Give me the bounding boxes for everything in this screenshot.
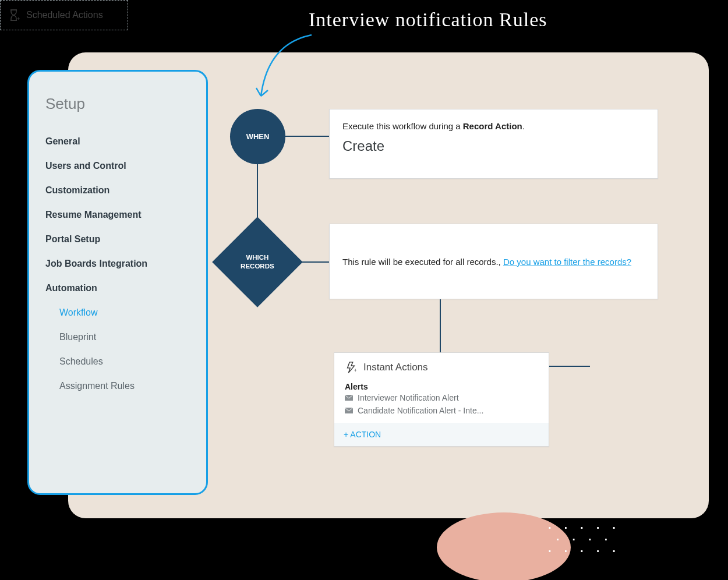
sidebar-item-automation[interactable]: Automation <box>45 276 190 300</box>
which-records-card[interactable]: This rule will be executed for all recor… <box>329 224 658 299</box>
setup-sidebar: Setup General Users and Control Customiz… <box>27 70 208 495</box>
sidebar-sub-assignment-rules[interactable]: Assignment Rules <box>45 374 190 398</box>
annotation-label: Interview notification Rules <box>309 9 547 31</box>
svg-text:+: + <box>354 367 357 373</box>
scheduled-actions-title: Scheduled Actions <box>26 10 103 20</box>
when-label: WHEN <box>246 132 270 141</box>
which-records-label: WHICHRECORDS <box>241 253 274 271</box>
when-value: Create <box>342 138 645 154</box>
when-card[interactable]: Execute this workflow during a Record Ac… <box>329 109 658 179</box>
alert-item[interactable]: Interviewer Notification Alert <box>345 391 538 404</box>
mail-icon <box>345 408 353 413</box>
connector <box>285 136 329 137</box>
sidebar-sub-workflow[interactable]: Workflow <box>45 300 190 325</box>
when-node[interactable]: WHEN <box>230 109 285 164</box>
alerts-label: Alerts <box>345 382 538 391</box>
add-action-button[interactable]: + ACTION <box>334 423 549 446</box>
which-records-text: This rule will be executed for all recor… <box>342 257 631 267</box>
sidebar-sub-blueprint[interactable]: Blueprint <box>45 325 190 349</box>
when-description: Execute this workflow during a Record Ac… <box>342 121 645 131</box>
connector <box>549 366 590 367</box>
lightning-icon: + <box>345 361 358 374</box>
scheduled-actions-card[interactable]: + Scheduled Actions <box>0 0 128 30</box>
filter-records-link[interactable]: Do you want to filter the records? <box>503 257 631 267</box>
mail-icon <box>345 395 353 401</box>
connector <box>440 299 441 352</box>
sidebar-item-resume-management[interactable]: Resume Management <box>45 203 190 227</box>
sidebar-title: Setup <box>45 95 190 113</box>
sidebar-item-portal-setup[interactable]: Portal Setup <box>45 227 190 252</box>
alert-item[interactable]: Candidate Notification Alert - Inte... <box>345 404 538 417</box>
svg-text:+: + <box>17 16 20 22</box>
sidebar-item-customization[interactable]: Customization <box>45 178 190 203</box>
hourglass-icon: + <box>9 9 20 22</box>
sidebar-item-users[interactable]: Users and Control <box>45 154 190 178</box>
sidebar-item-general[interactable]: General <box>45 129 190 154</box>
instant-actions-card[interactable]: + Instant Actions Alerts Interviewer Not… <box>334 352 549 447</box>
sidebar-sub-schedules[interactable]: Schedules <box>45 349 190 374</box>
decorative-speckles: · · · · · · · · ·· · · · · <box>547 521 620 556</box>
sidebar-item-job-boards[interactable]: Job Boards Integration <box>45 252 190 276</box>
instant-actions-title: Instant Actions <box>363 362 428 373</box>
